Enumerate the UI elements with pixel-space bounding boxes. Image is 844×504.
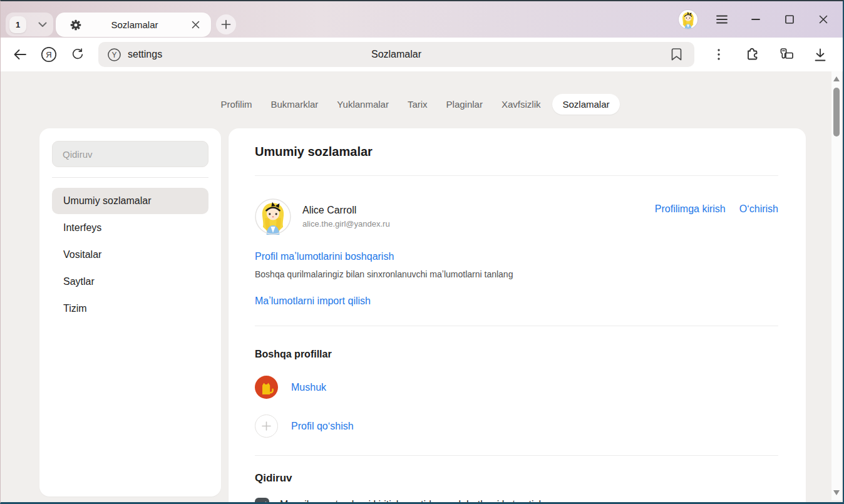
- maximize-icon: [785, 15, 794, 24]
- nav-tab-bukmarklar[interactable]: Bukmarklar: [264, 94, 326, 115]
- site-badge-icon[interactable]: Y: [107, 48, 121, 62]
- url-text[interactable]: settings: [128, 49, 162, 60]
- svg-text:Я: Я: [46, 50, 51, 59]
- user-avatar: [679, 10, 697, 29]
- page-title: Umumiy sozlamalar: [255, 145, 778, 159]
- maximize-button[interactable]: [773, 6, 806, 33]
- suggestions-checkbox-label: Manzil va soʻrovlarni kiritish vaqtida m…: [280, 498, 544, 504]
- divider: [255, 175, 778, 176]
- sidebar-item-vositalar[interactable]: Vositalar: [52, 242, 208, 268]
- scroll-up-arrow[interactable]: [833, 76, 840, 81]
- yandex-home-button[interactable]: Я: [34, 42, 63, 67]
- suggestions-checkbox[interactable]: [255, 498, 269, 504]
- minimize-button[interactable]: [739, 6, 773, 33]
- settings-search-input[interactable]: [52, 141, 208, 167]
- page-scrollbar[interactable]: [831, 71, 841, 500]
- profile-name: Alice Carroll: [302, 205, 390, 216]
- passwords-icon: [778, 47, 795, 62]
- suggestions-setting-row[interactable]: Manzil va soʻrovlarni kiritish vaqtida m…: [255, 498, 778, 504]
- extensions-icon: [745, 47, 760, 62]
- divider: [255, 455, 778, 456]
- checkmark-icon: [258, 501, 267, 504]
- tab-close-button[interactable]: [187, 17, 203, 33]
- minimize-icon: [751, 18, 760, 21]
- browser-window: 1 Sozlamalar: [0, 0, 844, 504]
- settings-page: Profilim Bukmarklar Yuklanmalar Tarix Pl…: [1, 71, 833, 502]
- login-profile-link[interactable]: Profilimga kirish: [655, 203, 726, 215]
- reload-icon: [71, 48, 85, 61]
- manage-profile-data-link[interactable]: Profil maʼlumotlarini boshqarish: [255, 251, 394, 262]
- settings-content: Umumiy sozlamalar Alice Carroll alice.th…: [229, 128, 806, 504]
- nav-tab-xavfsizlik[interactable]: Xavfsizlik: [495, 94, 548, 115]
- search-section-title: Qidiruv: [255, 472, 778, 485]
- profile-avatar: [255, 198, 291, 235]
- browser-menu-button[interactable]: [705, 6, 739, 33]
- sync-description: Boshqa qurilmalaringiz bilan sinxronlanu…: [255, 269, 778, 279]
- profile-info: Alice Carroll alice.the.girl@yandex.ru: [302, 205, 390, 229]
- download-icon: [814, 48, 826, 61]
- nav-tab-tarix[interactable]: Tarix: [401, 94, 435, 115]
- nav-tab-plaginlar[interactable]: Plaginlar: [440, 94, 490, 115]
- delete-profile-link[interactable]: Oʻchirish: [739, 203, 778, 215]
- downloads-button[interactable]: [803, 42, 837, 67]
- back-icon: [13, 49, 27, 60]
- profile-email: alice.the.girl@yandex.ru: [302, 219, 390, 229]
- plus-icon: [262, 421, 271, 431]
- bookmark-icon: [671, 48, 682, 61]
- tab-count-badge[interactable]: 1: [9, 16, 26, 33]
- sidebar-item-saytlar[interactable]: Saytlar: [52, 269, 208, 295]
- nav-tab-profilim[interactable]: Profilim: [214, 94, 259, 115]
- close-window-button[interactable]: [806, 6, 840, 33]
- profile-links: Profilimga kirish Oʻchirish: [655, 203, 778, 215]
- mushuk-avatar: [255, 376, 278, 399]
- sidebar-item-interfeys[interactable]: Interfeys: [52, 215, 208, 241]
- sidebar-divider: [52, 177, 208, 178]
- titlebar: 1 Sozlamalar: [1, 1, 843, 38]
- nav-tab-yuklanmalar[interactable]: Yuklanmalar: [330, 94, 396, 115]
- import-data-link[interactable]: Maʼlumotlarni import qilish: [255, 296, 371, 307]
- add-profile-link[interactable]: Profil qoʻshish: [291, 421, 354, 432]
- sidebar-item-tizim[interactable]: Tizim: [52, 296, 208, 322]
- divider: [255, 326, 778, 326]
- sidebar-item-umumiy-sozlamalar[interactable]: Umumiy sozlamalar: [52, 188, 208, 214]
- browser-tab-settings[interactable]: Sozlamalar: [56, 13, 211, 37]
- tab-counter[interactable]: 1: [6, 13, 53, 36]
- omnibox-page-title: Sozlamalar: [98, 49, 694, 60]
- toolbar: Я Y settings Sozlamalar: [1, 38, 843, 71]
- profile-link-mushuk[interactable]: Mushuk: [291, 382, 326, 393]
- plus-icon: [221, 19, 231, 29]
- settings-sidebar: Umumiy sozlamalar Interfeys Vositalar Sa…: [39, 128, 221, 496]
- scrollbar-thumb[interactable]: [833, 88, 840, 136]
- passwords-button[interactable]: [769, 42, 803, 67]
- add-profile-row[interactable]: Profil qoʻshish: [255, 414, 778, 438]
- bookmark-button[interactable]: [664, 42, 688, 67]
- close-icon: [192, 21, 200, 29]
- gear-icon: [69, 19, 82, 31]
- svg-text:Y: Y: [112, 50, 117, 59]
- settings-nav: Profilim Bukmarklar Yuklanmalar Tarix Pl…: [1, 94, 833, 115]
- other-profiles-title: Boshqa profillar: [255, 349, 778, 360]
- profile-avatar-button[interactable]: [671, 6, 705, 33]
- kebab-icon: [718, 49, 720, 60]
- profile-item-mushuk[interactable]: Mushuk: [255, 376, 778, 399]
- yandex-logo: Я: [41, 46, 57, 63]
- menu-icon: [716, 15, 728, 24]
- add-profile-circle: [255, 414, 278, 438]
- scroll-down-arrow[interactable]: [833, 490, 840, 495]
- address-bar[interactable]: Y settings Sozlamalar: [98, 42, 694, 67]
- tab-title: Sozlamalar: [82, 19, 187, 30]
- reload-button[interactable]: [63, 42, 92, 67]
- new-tab-button[interactable]: [216, 14, 236, 34]
- back-button[interactable]: [6, 42, 34, 67]
- nav-tab-sozlamalar[interactable]: Sozlamalar: [552, 94, 619, 115]
- current-profile-row: Alice Carroll alice.the.girl@yandex.ru P…: [255, 198, 778, 235]
- close-icon: [819, 15, 828, 24]
- chevron-down-icon[interactable]: [38, 22, 47, 28]
- toolbar-menu-button[interactable]: [702, 42, 736, 67]
- extensions-button[interactable]: [736, 42, 769, 67]
- window-controls: [671, 1, 840, 38]
